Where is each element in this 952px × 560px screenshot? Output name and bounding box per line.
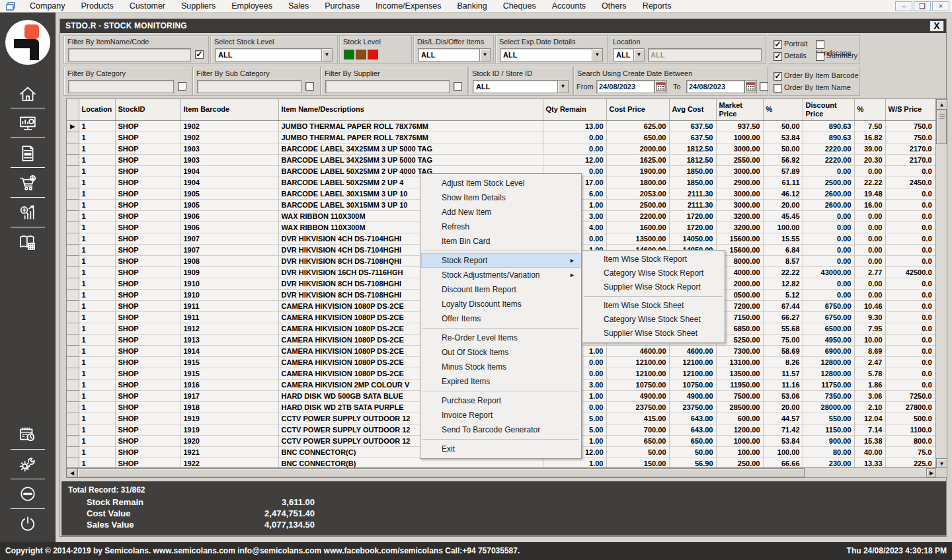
cell[interactable]: 1 bbox=[79, 255, 115, 266]
cell[interactable]: 1 bbox=[79, 221, 115, 233]
menubar-item-reports[interactable]: Reports bbox=[635, 0, 680, 13]
cell[interactable]: 50.00 bbox=[606, 446, 669, 458]
sidebar-item-purchase-cart[interactable] bbox=[11, 168, 45, 198]
cell[interactable]: 13500.00 bbox=[716, 368, 763, 379]
to-date-input[interactable]: 24/08/2023 bbox=[686, 80, 744, 93]
cell[interactable]: 56.92 bbox=[763, 154, 803, 165]
cell[interactable]: 1909 bbox=[180, 266, 278, 278]
cell[interactable]: 50.00 bbox=[669, 446, 716, 458]
cell[interactable]: 1 bbox=[79, 368, 115, 379]
row-selector[interactable] bbox=[67, 390, 79, 401]
cell[interactable]: 3000.00 bbox=[716, 188, 763, 199]
cell[interactable]: 0.00 bbox=[803, 289, 854, 300]
cell[interactable]: SHOP bbox=[115, 165, 180, 177]
menubar-item-others[interactable]: Others bbox=[594, 0, 635, 13]
sidebar-item-minimize-circle[interactable] bbox=[11, 479, 45, 509]
cell[interactable]: 11750.00 bbox=[803, 379, 854, 390]
cell[interactable]: 1911 bbox=[180, 300, 278, 311]
cell[interactable]: 1 bbox=[79, 379, 115, 390]
supplier-checkbox[interactable] bbox=[454, 82, 462, 91]
cell[interactable]: 1 bbox=[79, 435, 115, 446]
cell[interactable]: 1907 bbox=[180, 244, 278, 255]
cell[interactable]: 1910 bbox=[180, 289, 278, 300]
cell[interactable]: 39.00 bbox=[854, 143, 885, 154]
menu-item-minus-stock-items[interactable]: Minus Stock Items bbox=[421, 360, 580, 374]
cell[interactable]: SHOP bbox=[115, 401, 180, 413]
cell[interactable]: 0.00 bbox=[854, 244, 885, 255]
cell[interactable]: 20.00 bbox=[763, 199, 803, 210]
cell[interactable]: 1905 bbox=[180, 188, 278, 199]
cell[interactable]: SHOP bbox=[115, 345, 180, 356]
cell[interactable]: 10750.00 bbox=[606, 379, 669, 390]
vertical-scrollbar[interactable]: ▲ ▼ bbox=[935, 99, 947, 469]
window-close-button[interactable]: X bbox=[930, 20, 944, 32]
chevron-down-icon[interactable]: ▼ bbox=[479, 49, 490, 61]
cell[interactable]: BARCODE LABEL 34X25MM 3 UP 5000 TAG bbox=[278, 154, 543, 165]
cell[interactable]: 15600.00 bbox=[716, 233, 763, 244]
cell[interactable]: 1 bbox=[79, 244, 115, 255]
cell[interactable]: 2500.00 bbox=[606, 199, 669, 210]
menu-item-item-bin-card[interactable]: Item Bin Card bbox=[421, 234, 580, 249]
menu-item-invoice-report[interactable]: Invoice Report bbox=[421, 408, 580, 422]
menu-item-offer-items[interactable]: Offer Items bbox=[421, 311, 580, 326]
cell[interactable]: 2111.30 bbox=[669, 188, 716, 199]
menubar-item-products[interactable]: Products bbox=[73, 0, 122, 13]
cell[interactable]: 1 bbox=[79, 311, 115, 323]
menu-item-exit[interactable]: Exit bbox=[421, 442, 580, 456]
cell[interactable]: 2.10 bbox=[854, 401, 885, 413]
cell[interactable]: 1908 bbox=[180, 255, 278, 266]
cell[interactable]: 1 bbox=[79, 210, 115, 221]
cell[interactable]: 2550.00 bbox=[716, 154, 763, 165]
cell[interactable]: 1905 bbox=[180, 199, 278, 210]
cell[interactable]: 3000.00 bbox=[716, 165, 763, 177]
cell[interactable]: 16.82 bbox=[854, 132, 885, 143]
cell[interactable]: 1 bbox=[79, 199, 115, 210]
scroll-up-icon[interactable]: ▲ bbox=[936, 99, 947, 110]
table-row[interactable]: 1SHOP1903BARCODE LABEL 34X25MM 3 UP 5000… bbox=[67, 143, 947, 154]
cell[interactable]: 1 bbox=[79, 356, 115, 368]
cell[interactable]: 100.00 bbox=[763, 221, 803, 233]
itemname-input[interactable] bbox=[68, 48, 191, 61]
row-selector[interactable] bbox=[67, 323, 79, 334]
row-selector[interactable] bbox=[67, 199, 79, 210]
cell[interactable]: 1917 bbox=[180, 390, 278, 401]
column-header-stockid[interactable]: StockID bbox=[115, 99, 180, 120]
cell[interactable]: 1911 bbox=[180, 311, 278, 323]
menu-item-stock-adjustments-variation[interactable]: Stock Adjustments/Variation► bbox=[421, 268, 580, 282]
cell[interactable]: 3200.00 bbox=[716, 210, 763, 221]
cell[interactable]: 28500.00 bbox=[716, 401, 763, 413]
cell[interactable]: 1200.00 bbox=[716, 424, 763, 435]
cell[interactable]: JUMBO THERMAL PAPER ROLL 78X76MM bbox=[278, 132, 543, 143]
cell[interactable]: 1 bbox=[79, 390, 115, 401]
menubar-item-employees[interactable]: Employees bbox=[223, 0, 280, 13]
cell[interactable]: SHOP bbox=[115, 390, 180, 401]
landscape-checkbox[interactable] bbox=[816, 40, 824, 49]
cell[interactable]: SHOP bbox=[115, 413, 180, 424]
cell[interactable]: 1 bbox=[79, 132, 115, 143]
cell[interactable]: 40.00 bbox=[854, 446, 885, 458]
cell[interactable]: 0.00 bbox=[803, 165, 854, 177]
row-selector[interactable] bbox=[67, 278, 79, 289]
cell[interactable]: 4950.00 bbox=[803, 334, 854, 345]
cell[interactable]: 1 bbox=[79, 120, 115, 132]
row-selector[interactable] bbox=[67, 446, 79, 458]
cell[interactable]: 12100.00 bbox=[606, 368, 669, 379]
cell[interactable]: SHOP bbox=[115, 289, 180, 300]
column-header--[interactable]: % bbox=[763, 99, 803, 120]
cell[interactable]: 1812.50 bbox=[669, 154, 716, 165]
cell[interactable]: 1 bbox=[79, 289, 115, 300]
row-selector[interactable] bbox=[67, 413, 79, 424]
cell[interactable]: 7.95 bbox=[854, 323, 885, 334]
dis-offer-select[interactable]: ALL▼ bbox=[418, 48, 491, 61]
cell[interactable]: 1906 bbox=[180, 210, 278, 221]
cell[interactable]: 1 bbox=[79, 300, 115, 311]
cell[interactable]: 10750.00 bbox=[669, 379, 716, 390]
cell[interactable]: 7350.00 bbox=[803, 390, 854, 401]
cell[interactable]: 58.69 bbox=[763, 345, 803, 356]
menu-item-purchase-report[interactable]: Purchase Report bbox=[421, 393, 580, 408]
cell[interactable]: SHOP bbox=[115, 255, 180, 266]
sub-category-checkbox[interactable] bbox=[305, 82, 314, 91]
table-row[interactable]: 1SHOP1903BARCODE LABEL 34X25MM 3 UP 5000… bbox=[67, 154, 947, 165]
date-range-checkbox[interactable] bbox=[760, 82, 768, 91]
cell[interactable]: 0.00 bbox=[803, 244, 854, 255]
